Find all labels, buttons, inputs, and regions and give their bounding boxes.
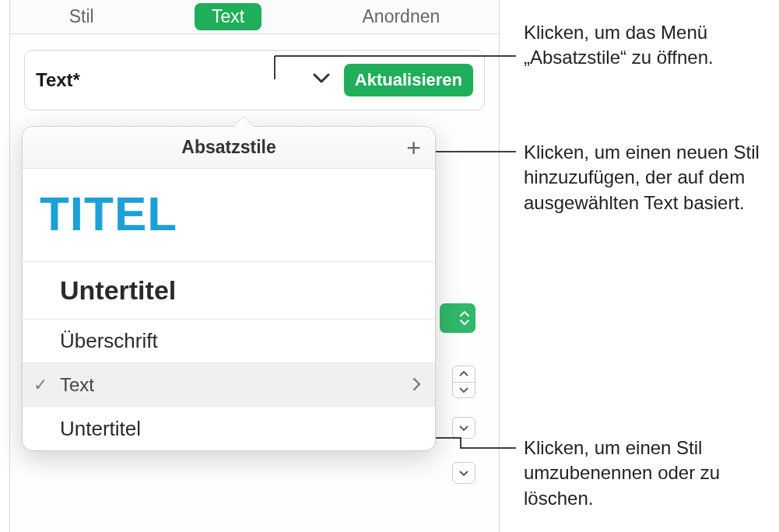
checkmark-icon: ✓ (33, 375, 47, 395)
titel-preview: TITEL (40, 187, 177, 240)
callout-open-menu: Klicken, um das Menü „Absatzstile“ zu öf… (524, 20, 773, 71)
style-label: Überschrift (60, 329, 158, 353)
style-row-untertitel[interactable]: Untertitel (23, 262, 435, 320)
popover-title: Absatzstile (60, 137, 398, 158)
add-style-button[interactable]: + (398, 139, 421, 156)
plus-icon: + (406, 134, 421, 162)
style-label: Untertitel (60, 275, 176, 306)
style-row-untertitel-2[interactable]: Untertitel (23, 407, 435, 450)
style-row-titel[interactable]: TITEL (23, 169, 435, 262)
callout-rename-delete: Klicken, um einen Stil umzubenennen oder… (524, 436, 773, 511)
style-label: Text (60, 374, 94, 396)
paragraph-styles-popover: Absatzstile + TITEL Untertitel Überschri… (22, 126, 436, 451)
style-label: Untertitel (60, 417, 141, 441)
chevron-right-icon[interactable] (412, 373, 421, 397)
popover-header: Absatzstile + (23, 127, 435, 169)
style-row-uberschrift[interactable]: Überschrift (23, 320, 435, 363)
style-row-text[interactable]: ✓ Text (23, 363, 435, 407)
callout-add-style: Klicken, um einen neuen Stil hinzuzufüge… (524, 140, 773, 215)
